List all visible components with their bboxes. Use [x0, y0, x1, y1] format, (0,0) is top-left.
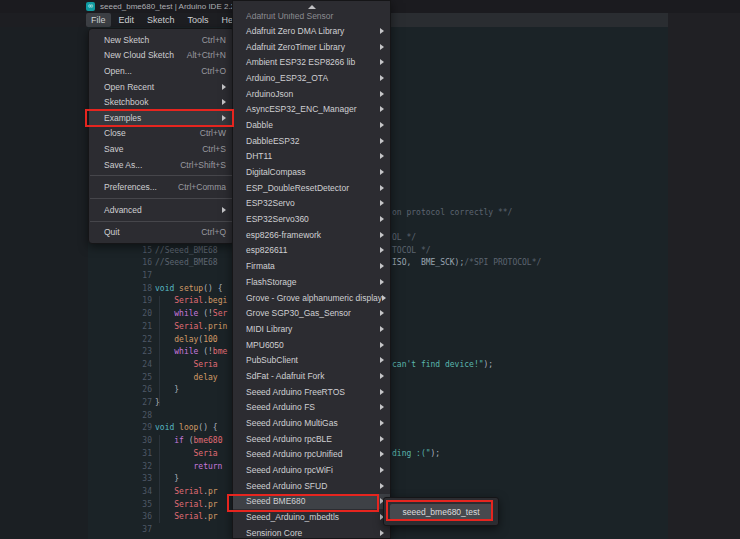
code-token: while: [174, 309, 198, 318]
code-line: void loop() {: [155, 421, 232, 434]
examples-item-seeed-arduino-freertos[interactable]: Seeed Arduino FreeRTOS: [233, 384, 390, 400]
menu-shortcut: Ctrl+S: [202, 144, 226, 154]
submenu-arrow-icon: [222, 115, 226, 121]
menu-item-label: Seeed BME680: [246, 496, 306, 506]
arduino-ide-window: ∞ seeed_bme680_test | Arduino IDE 2.2 Fi…: [0, 0, 740, 539]
menubar-item-tools[interactable]: Tools: [183, 13, 214, 27]
examples-item-firmata[interactable]: Firmata: [233, 258, 390, 274]
examples-item-dabbleesp32[interactable]: DabbleESP32: [233, 133, 390, 149]
menu-item-seeed-bme680-test[interactable]: seeed_bme680_test: [390, 504, 492, 520]
examples-item-seeed-arduino-mbedtls[interactable]: Seeed_Arduino_mbedtls: [233, 509, 390, 525]
code-token: Serial: [174, 296, 203, 305]
code-token: [155, 487, 174, 496]
menu-item-label: DHT11: [246, 151, 272, 161]
submenu-arrow-icon: [380, 373, 384, 379]
submenu-arrow-icon: [380, 59, 384, 65]
examples-item-esp32servo[interactable]: ESP32Servo: [233, 196, 390, 212]
gutter-line-number: 36: [118, 510, 152, 523]
examples-item-mpu6050[interactable]: MPU6050: [233, 337, 390, 353]
examples-item-grove-sgp30-gas-sensor[interactable]: Grove SGP30_Gas_Sensor: [233, 305, 390, 321]
menu-item-label: Seeed Arduino FS: [246, 402, 315, 412]
examples-item-esp8266-framework[interactable]: esp8266-framework: [233, 227, 390, 243]
code-token: pr: [208, 500, 218, 509]
window-title: seeed_bme680_test | Arduino IDE 2.2: [100, 0, 235, 13]
menu-item-label: Open...: [104, 66, 132, 76]
submenu-arrow-icon: [380, 153, 384, 159]
menu-item-label: Seeed_Arduino_mbedtls: [246, 512, 339, 522]
code-token: (!: [198, 347, 212, 356]
examples-item-sdfat-adafruit-fork[interactable]: SdFat - Adafruit Fork: [233, 368, 390, 384]
file-menu-item-open-recent[interactable]: Open Recent: [89, 79, 234, 95]
code-token: [155, 462, 194, 471]
code-token: /*SPI PROTOCOL*/: [464, 258, 541, 267]
menu-shortcut: Ctrl+Shift+S: [180, 160, 226, 170]
file-menu-item-open[interactable]: Open...Ctrl+O: [89, 63, 234, 79]
examples-item-seeed-bme680[interactable]: Seeed BME680: [233, 494, 390, 510]
menu-item-label: Seeed Arduino rpcWiFi: [246, 465, 333, 475]
examples-item-adafruit-zero-dma-library[interactable]: Adafruit Zero DMA Library: [233, 23, 390, 39]
code-token: [155, 373, 194, 382]
gutter-line-number: 15: [118, 244, 152, 257]
examples-item-seeed-arduino-sfud[interactable]: Seeed Arduino SFUD: [233, 478, 390, 494]
examples-item-esp-doubleresetdetector[interactable]: ESP_DoubleResetDetector: [233, 180, 390, 196]
submenu-arrow-icon: [380, 247, 384, 253]
menubar-item-sketch[interactable]: Sketch: [142, 13, 180, 27]
file-menu-item-advanced[interactable]: Advanced: [89, 202, 234, 218]
submenu-scroll-up[interactable]: [233, 1, 390, 13]
code-token: begi: [208, 296, 227, 305]
code-token: [155, 436, 174, 445]
code-line: //Seeed_BME68: [155, 256, 232, 269]
menubar-item-file[interactable]: File: [86, 13, 111, 27]
examples-item-clipped[interactable]: Adafruit Unified Sensor: [233, 13, 390, 23]
examples-item-sensirion-core[interactable]: Sensirion Core: [233, 525, 390, 539]
examples-item-arduinojson[interactable]: ArduinoJson: [233, 86, 390, 102]
examples-item-pubsubclient[interactable]: PubSubClient: [233, 352, 390, 368]
examples-item-arduino-esp32-ota[interactable]: Arduino_ESP32_OTA: [233, 70, 390, 86]
examples-item-seeed-arduino-multigas[interactable]: Seeed Arduino MultiGas: [233, 415, 390, 431]
examples-item-flashstorage[interactable]: FlashStorage: [233, 274, 390, 290]
code-token: while: [174, 347, 198, 356]
file-menu-item-save-as[interactable]: Save As...Ctrl+Shift+S: [89, 157, 234, 173]
code-token: );: [431, 449, 441, 458]
menu-item-label: Grove - Grove alphanumeric display: [246, 293, 382, 303]
examples-item-dabble[interactable]: Dabble: [233, 117, 390, 133]
code-token: Seria: [194, 360, 218, 369]
code-line: ISO, BME_SCK);/*SPI PROTOCOL*/: [392, 256, 541, 269]
menu-item-label: Open Recent: [104, 82, 154, 92]
code-token: [155, 335, 174, 344]
gutter-line-number: 37: [118, 523, 152, 536]
examples-item-midi-library[interactable]: MIDI Library: [233, 321, 390, 337]
examples-item-grove-grove-alphanumeric-display[interactable]: Grove - Grove alphanumeric display: [233, 290, 390, 306]
gutter-line-number: 25: [118, 371, 152, 384]
examples-item-adafruit-zerotimer-library[interactable]: Adafruit ZeroTimer Library: [233, 39, 390, 55]
examples-item-ambient-esp32-esp8266-lib[interactable]: Ambient ESP32 ESP8266 lib: [233, 54, 390, 70]
file-menu-item-sketchbook[interactable]: Sketchbook: [89, 94, 234, 110]
file-menu-item-preferences[interactable]: Preferences...Ctrl+Comma: [89, 179, 234, 195]
examples-item-esp826611[interactable]: esp826611: [233, 243, 390, 259]
file-menu-item-save[interactable]: SaveCtrl+S: [89, 141, 234, 157]
code-token: [155, 347, 174, 356]
examples-item-seeed-arduino-rpcble[interactable]: Seeed Arduino rpcBLE: [233, 431, 390, 447]
examples-item-seeed-arduino-rpcunified[interactable]: Seeed Arduino rpcUnified: [233, 447, 390, 463]
file-menu-item-new-cloud-sketch[interactable]: New Cloud SketchAlt+Ctrl+N: [89, 48, 234, 64]
menubar-item-edit[interactable]: Edit: [114, 13, 140, 27]
examples-item-seeed-arduino-rpcwifi[interactable]: Seeed Arduino rpcWiFi: [233, 462, 390, 478]
examples-item-digitalcompass[interactable]: DigitalCompass: [233, 164, 390, 180]
examples-item-seeed-arduino-fs[interactable]: Seeed Arduino FS: [233, 400, 390, 416]
examples-items: Adafruit Zero DMA LibraryAdafruit ZeroTi…: [233, 23, 390, 539]
examples-item-dht11[interactable]: DHT11: [233, 149, 390, 165]
file-menu-item-examples[interactable]: Examples: [89, 110, 234, 126]
code-token: //Seeed_BME68: [155, 258, 218, 267]
menu-separator: [90, 175, 233, 176]
menu-item-label: SdFat - Adafruit Fork: [246, 371, 324, 381]
file-menu-item-new-sketch[interactable]: New SketchCtrl+N: [89, 32, 234, 48]
menu-item-label: New Sketch: [104, 35, 149, 45]
gutter-line-number: 34: [118, 485, 152, 498]
file-menu-item-close[interactable]: CloseCtrl+W: [89, 126, 234, 142]
code-line: Serial.prin: [155, 320, 232, 333]
examples-item-esp32servo360[interactable]: ESP32Servo360: [233, 211, 390, 227]
submenu-arrow-icon: [380, 91, 384, 97]
code-token: );: [484, 360, 494, 369]
file-menu-item-quit[interactable]: QuitCtrl+Q: [89, 225, 234, 241]
examples-item-asyncesp32-enc-manager[interactable]: AsyncESP32_ENC_Manager: [233, 101, 390, 117]
